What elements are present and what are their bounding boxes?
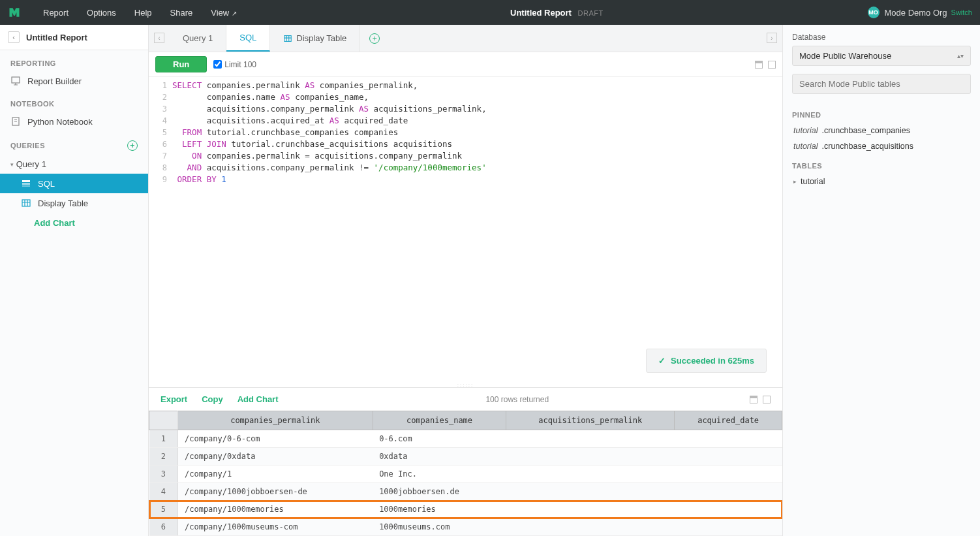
- table-cell: [506, 448, 675, 465]
- database-label: Database: [792, 33, 971, 42]
- add-query-button[interactable]: +: [127, 140, 138, 151]
- table-cell: /company/1000memories: [178, 501, 373, 518]
- table-cell: [506, 483, 675, 501]
- menu-share[interactable]: Share: [161, 8, 202, 18]
- column-header[interactable]: acquisitions_permalink: [506, 411, 675, 430]
- sidebar-query-1[interactable]: ▾ Query 1: [0, 155, 148, 174]
- table-search-input[interactable]: [792, 74, 971, 94]
- sql-icon: [21, 178, 31, 189]
- schema-panel: Database Mode Public Warehouse ▴▾ PINNED…: [783, 25, 980, 536]
- table-row[interactable]: 5/company/1000memories1000memories: [149, 501, 782, 518]
- row-number: 6: [149, 518, 178, 536]
- row-number: 5: [149, 501, 178, 518]
- check-icon: ✓: [658, 356, 666, 366]
- org-switcher[interactable]: MO Mode Demo Org Switch: [868, 7, 973, 18]
- section-reporting: REPORTING: [0, 50, 148, 71]
- chevron-updown-icon: ▴▾: [957, 52, 964, 59]
- layout-icon-2[interactable]: [768, 61, 776, 69]
- results-table-wrap: companies_permalinkcompanies_nameacquisi…: [149, 411, 782, 536]
- results-layout-icon-2[interactable]: [763, 396, 771, 403]
- table-cell: /company/1000museums-com: [178, 518, 373, 536]
- pinned-table[interactable]: tutorial.crunchbase_companies: [792, 123, 971, 138]
- menu-help[interactable]: Help: [125, 8, 161, 18]
- add-tab-button[interactable]: +: [369, 33, 380, 44]
- add-chart-button[interactable]: Add Chart: [237, 394, 279, 404]
- schema-item[interactable]: ▸ tutorial: [792, 174, 971, 189]
- svg-rect-6: [284, 35, 292, 41]
- svg-rect-3: [22, 183, 30, 185]
- sidebar-title: Untitled Report: [26, 33, 87, 42]
- draft-badge: DRAFT: [578, 9, 604, 17]
- table-row[interactable]: 4/company/1000jobboersen-de1000jobboerse…: [149, 483, 782, 501]
- table-row[interactable]: 6/company/1000museums-com1000museums.com: [149, 518, 782, 536]
- limit-checkbox-input[interactable]: [213, 60, 222, 69]
- table-cell: One Inc.: [373, 465, 506, 483]
- row-number: 2: [149, 448, 178, 465]
- run-button[interactable]: Run: [155, 56, 207, 72]
- panel-next-button[interactable]: ›: [767, 33, 777, 43]
- results-layout-icon-1[interactable]: [750, 396, 758, 403]
- collapse-icon: ▾: [10, 161, 14, 168]
- sidebar-python-notebook[interactable]: Python Notebook: [0, 112, 148, 131]
- table-cell: [675, 483, 782, 501]
- tab-display-table[interactable]: Display Table: [270, 25, 360, 52]
- line-gutter: 123456789: [149, 77, 172, 382]
- sidebar-report-builder[interactable]: Report Builder: [0, 71, 148, 91]
- limit-checkbox[interactable]: Limit 100: [213, 60, 256, 69]
- sql-code[interactable]: SELECT companies.permalink AS companies_…: [172, 77, 487, 382]
- table-cell: /company/0-6-com: [178, 430, 373, 448]
- tab-sql[interactable]: SQL: [226, 25, 270, 52]
- notebook-icon: [10, 116, 21, 127]
- menu-options[interactable]: Options: [78, 8, 125, 18]
- table-row[interactable]: 3/company/1One Inc.: [149, 465, 782, 483]
- tables-header: TABLES: [792, 162, 971, 170]
- report-title: Untitled Report DRAFT: [246, 8, 867, 18]
- table-cell: 0xdata: [373, 448, 506, 465]
- sidebar-display-table[interactable]: Display Table: [0, 193, 148, 213]
- resize-handle[interactable]: ::::::: [149, 382, 782, 387]
- column-header[interactable]: companies_permalink: [178, 411, 373, 430]
- menu-view[interactable]: View↗: [202, 8, 246, 18]
- row-number: 3: [149, 465, 178, 483]
- panel-prev-button[interactable]: ‹: [154, 33, 164, 43]
- rows-returned: 100 rows returned: [485, 395, 549, 404]
- expand-icon: ▸: [793, 178, 797, 185]
- table-cell: 0-6.com: [373, 430, 506, 448]
- table-cell: /company/0xdata: [178, 448, 373, 465]
- database-select[interactable]: Mode Public Warehouse ▴▾: [792, 46, 971, 66]
- table-cell: /company/1: [178, 465, 373, 483]
- table-cell: [675, 448, 782, 465]
- left-sidebar: ‹ Untitled Report REPORTING Report Build…: [0, 25, 149, 536]
- layout-icon-1[interactable]: [755, 61, 763, 69]
- copy-button[interactable]: Copy: [202, 394, 223, 404]
- column-header[interactable]: acquired_date: [675, 411, 782, 430]
- menu-report[interactable]: Report: [34, 8, 78, 18]
- table-cell: 1000museums.com: [373, 518, 506, 536]
- table-row[interactable]: 2/company/0xdata0xdata: [149, 448, 782, 465]
- table-cell: [506, 518, 675, 536]
- results-table: companies_permalinkcompanies_nameacquisi…: [149, 411, 782, 536]
- back-button[interactable]: ‹: [8, 31, 20, 43]
- sidebar-sql[interactable]: SQL: [0, 174, 148, 193]
- sql-editor[interactable]: 123456789 SELECT companies.permalink AS …: [149, 76, 782, 382]
- switch-link[interactable]: Switch: [951, 8, 972, 16]
- results-toolbar: Export Copy Add Chart 100 rows returned: [149, 387, 782, 411]
- table-row[interactable]: 1/company/0-6-com0-6.com: [149, 430, 782, 448]
- org-badge-icon: MO: [868, 7, 880, 18]
- column-header[interactable]: companies_name: [373, 411, 506, 430]
- sidebar-add-chart[interactable]: Add Chart: [0, 213, 148, 233]
- export-button[interactable]: Export: [161, 394, 187, 404]
- mode-logo-icon: [8, 6, 21, 19]
- table-cell: 1000jobboersen.de: [373, 483, 506, 501]
- table-cell: [675, 465, 782, 483]
- tab-query-1[interactable]: Query 1: [170, 25, 226, 52]
- pinned-table[interactable]: tutorial.crunchbase_acquisitions: [792, 138, 971, 154]
- table-cell: [506, 465, 675, 483]
- svg-rect-4: [22, 185, 30, 187]
- editor-tabs: ‹ Query 1 SQL Display Table + ›: [149, 25, 782, 52]
- top-navbar: Report Options Help Share View↗ Untitled…: [0, 0, 980, 25]
- table-cell: 1000memories: [373, 501, 506, 518]
- section-notebook: NOTEBOOK: [0, 91, 148, 112]
- table-icon: [21, 198, 31, 208]
- run-bar: Run Limit 100: [149, 52, 782, 76]
